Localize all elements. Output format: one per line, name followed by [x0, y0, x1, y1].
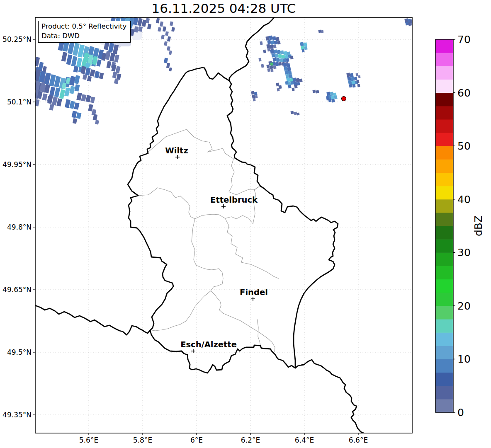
radar-cell	[355, 73, 358, 77]
radar-cell	[271, 53, 275, 57]
radar-cell	[270, 49, 274, 53]
radar-cell	[266, 64, 270, 68]
radar-cell	[277, 50, 280, 54]
radar-cell	[290, 111, 294, 114]
radar-cell	[294, 85, 297, 88]
radar-cell	[297, 113, 300, 116]
x-tick-label: 6.4°E	[295, 436, 314, 444]
data-source-line: Data: DWD	[41, 31, 126, 41]
product-info-box: Product: 0.5° Reflectivity Data: DWD	[38, 21, 131, 43]
radar-cell	[253, 98, 255, 102]
x-tick-label: 6.6°E	[349, 436, 368, 444]
colorbar-tick-label: 20	[457, 300, 471, 312]
radar-map-canvas: 5.6°E5.8°E6°E6.2°E6.4°E6.6°E50.25°N50.1°…	[0, 0, 491, 448]
radar-cell	[282, 58, 286, 62]
radar-cell	[334, 95, 337, 99]
colorbar-segment	[435, 199, 453, 213]
colorbar-segment	[435, 159, 453, 173]
radar-cell	[278, 62, 282, 65]
y-tick-label: 49.35°N	[2, 411, 32, 419]
radar-cell	[286, 58, 289, 62]
radar-cell	[270, 44, 273, 48]
radar-cell	[255, 95, 258, 99]
radar-cell	[277, 88, 280, 92]
radar-cell	[270, 65, 273, 69]
colorbar-segment	[435, 279, 453, 293]
colorbar-segment	[435, 373, 453, 386]
colorbar-segment	[435, 266, 453, 279]
radar-cell	[299, 78, 302, 82]
colorbar-segment	[435, 53, 453, 66]
colorbar-segment	[435, 239, 453, 253]
colorbar-segment	[435, 186, 453, 200]
colorbar-segment	[435, 386, 453, 400]
radar-cell	[251, 91, 254, 94]
radar-cell	[272, 36, 276, 40]
y-tick-label: 50.25°N	[2, 35, 32, 44]
radar-cell	[292, 88, 294, 91]
x-tick-label: 5.6°E	[79, 436, 98, 444]
radar-cell	[304, 46, 307, 50]
radar-cell	[348, 80, 352, 84]
colorbar-tick-label: 10	[457, 353, 471, 365]
city-label: Wiltz	[165, 146, 188, 155]
colorbar-segment	[435, 252, 453, 266]
radar-cell	[267, 40, 271, 44]
radar-cell	[316, 90, 319, 93]
colorbar-segment	[435, 66, 453, 80]
colorbar-segment	[435, 93, 453, 107]
y-tick-label: 50.1°N	[7, 98, 32, 106]
radar-cell	[283, 63, 287, 67]
colorbar-tick-label: 40	[457, 194, 471, 206]
figure-title: 16.11.2025 04:28 UTC	[35, 1, 412, 16]
colorbar-tick-label: 50	[457, 140, 471, 152]
radar-cell	[347, 76, 351, 80]
colorbar-tick-label: 70	[457, 34, 471, 46]
radar-cell	[270, 40, 274, 44]
radar-cell	[273, 49, 277, 53]
radar-cell	[354, 77, 357, 80]
colorbar-segment	[435, 172, 453, 186]
radar-cell	[284, 66, 287, 70]
radar-cell	[321, 30, 324, 33]
colorbar-segment	[435, 293, 453, 306]
colorbar-segment	[435, 146, 453, 160]
weather-radar-figure: 5.6°E5.8°E6°E6.2°E6.4°E6.6°E50.25°N50.1°…	[0, 0, 491, 448]
colorbar-segment	[435, 346, 453, 359]
colorbar-segment	[435, 39, 453, 53]
radar-cell	[277, 41, 280, 44]
radar-cell	[270, 69, 273, 72]
radar-cell	[265, 36, 269, 40]
colorbar-segment	[435, 79, 453, 93]
radar-cell	[274, 40, 277, 44]
radar-cell	[290, 56, 293, 59]
radar-cell	[285, 74, 289, 78]
colorbar-tick-label: 30	[457, 247, 471, 259]
city-label: Esch/Alzette	[180, 340, 237, 349]
radar-cell	[272, 57, 276, 61]
city-label: Ettelbruck	[210, 195, 258, 205]
y-tick-label: 49.8°N	[7, 223, 32, 231]
colorbar: 010203040506070dBZ	[435, 34, 484, 419]
radar-cell	[349, 84, 352, 87]
y-tick-label: 49.95°N	[2, 160, 32, 169]
radar-site-dot	[342, 97, 346, 101]
radar-cell	[273, 65, 276, 69]
radar-cell	[280, 50, 284, 54]
x-tick-label: 6.2°E	[241, 436, 260, 444]
colorbar-segment	[435, 332, 453, 346]
radar-cell	[288, 85, 291, 88]
radar-cell	[358, 75, 361, 78]
radar-cell	[279, 58, 283, 62]
radar-cell	[281, 54, 285, 58]
colorbar-segment	[435, 319, 453, 333]
radar-cell	[357, 84, 360, 87]
colorbar-segment	[435, 213, 453, 226]
radar-cell	[294, 111, 297, 115]
colorbar-segment	[435, 133, 453, 146]
radar-cell	[285, 81, 288, 85]
radar-cell	[331, 99, 335, 102]
colorbar-tick-label: 60	[457, 87, 471, 99]
colorbar-segment	[435, 119, 453, 133]
radar-cell	[269, 35, 273, 40]
